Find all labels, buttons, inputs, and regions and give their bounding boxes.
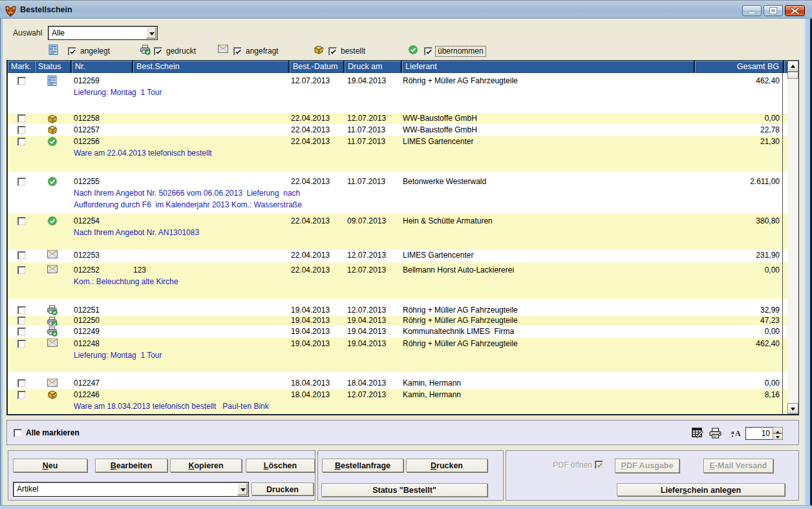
row-mark-checkbox[interactable] (17, 138, 26, 146)
table-row[interactable]: 01225522.04.201311.07.2013Betonwerke Wes… (8, 172, 787, 213)
column-header-nr[interactable]: Nr. (72, 61, 132, 73)
bestellt-checkbox[interactable] (328, 47, 337, 56)
table-row[interactable]: 01225019.04.201319.04.2013Röhrig + Mülle… (8, 316, 787, 326)
auswahl-label: Auswahl (13, 28, 42, 37)
row-mark-checkbox[interactable] (17, 266, 26, 275)
table-row[interactable]: 01225322.04.201312.07.2013LIMES Gartence… (8, 249, 787, 262)
column-header-best-datum[interactable]: Best.-Datum (290, 61, 343, 73)
row-mark-checkbox[interactable] (17, 126, 26, 134)
page-size-stepper[interactable] (773, 427, 783, 440)
drucken-button[interactable]: Drucken (406, 459, 487, 472)
table-row[interactable]: 01225119.04.201312.07.2013Röhrig + Mülle… (8, 304, 787, 316)
row-main-line: 01224919.04.201319.04.2013Kommunaltechni… (8, 326, 787, 337)
table-row[interactable]: 01225422.04.201309.07.2013Hein & Schütte… (8, 213, 787, 249)
uebernommen-checkbox[interactable] (424, 47, 433, 56)
table-row[interactable]: 01224919.04.201319.04.2013Kommunaltechni… (8, 326, 787, 338)
row-gesamt-bg: 462,40 (756, 338, 780, 349)
row-lieferant: Kamin, Hermann (403, 378, 461, 389)
scrollbar-thumb[interactable] (787, 72, 798, 79)
table-row[interactable]: 01225912.07.201319.04.2013Röhrig + Mülle… (8, 73, 787, 113)
table-row[interactable]: 01225822.04.201312.07.2013WW-Baustoffe G… (8, 113, 787, 124)
lieferschein-anlegen-button[interactable]: Lieferschein anlegen (617, 483, 785, 496)
row-gesamt-bg: 22,78 (760, 124, 780, 136)
chevron-down-icon[interactable] (237, 483, 248, 495)
drucken-artikel-button[interactable]: Drucken (251, 483, 314, 495)
row-mark-checkbox[interactable] (17, 217, 26, 225)
row-comment: Ware am 18.034.2013 telefonisch bestellt… (8, 400, 787, 412)
angefragt-checkbox[interactable] (233, 47, 242, 56)
row-mark-checkbox[interactable] (17, 251, 26, 260)
angelegt-checkbox[interactable] (68, 47, 76, 56)
auswahl-select[interactable]: Alle (48, 26, 158, 40)
column-header-mark[interactable]: Mark. (8, 61, 35, 73)
minimize-button[interactable] (742, 5, 762, 16)
row-main-line: 01225119.04.201312.07.2013Röhrig + Mülle… (8, 304, 787, 316)
row-lieferant: WW-Baustoffe GmbH (403, 113, 477, 124)
row-main-line: 01225822.04.201312.07.2013WW-Baustoffe G… (8, 113, 787, 124)
status-bestellt-button[interactable]: Status "Bestellt" (321, 483, 487, 497)
row-mark-checkbox[interactable] (17, 77, 26, 85)
svg-text:A: A (735, 429, 741, 438)
column-header-lieferant[interactable]: Lieferant (402, 61, 694, 73)
row-lieferant: Röhrig + Müller AG Fahrzeugteile (403, 338, 518, 349)
artikel-select[interactable]: Artikel (13, 482, 249, 497)
neu-button[interactable]: Neu (13, 459, 87, 472)
row-lieferant: Bellmann Horst Auto-Lackiererei (403, 264, 514, 276)
row-gesamt-bg: 0,00 (765, 378, 780, 389)
status-gedruckt-icon (47, 326, 58, 337)
gedruckt-checkbox[interactable] (154, 47, 162, 56)
row-gesamt-bg: 0,00 (765, 113, 780, 124)
status-angelegt-icon (47, 76, 58, 86)
row-mark-checkbox[interactable] (17, 327, 26, 336)
kopieren-button[interactable]: Kopieren (170, 459, 242, 472)
row-mark-checkbox[interactable] (17, 340, 26, 348)
loeschen-button[interactable]: Löschen (246, 459, 315, 472)
row-gesamt-bg: 0,00 (765, 326, 780, 337)
table-row[interactable]: 01225722.04.201311.07.2013WW-Baustoffe G… (8, 124, 787, 136)
print-icon[interactable] (709, 428, 721, 439)
column-header-bestschein[interactable]: Best.Schein (133, 61, 288, 73)
row-mark-checkbox[interactable] (17, 317, 26, 325)
pdf-oeffnen-checkbox (595, 461, 603, 469)
table-row[interactable]: 01224618.04.201312.07.2013Kamin, Hermann… (8, 389, 787, 414)
stepper-up-icon[interactable] (773, 427, 783, 433)
row-nr: 012259 (74, 75, 100, 87)
row-mark-checkbox[interactable] (17, 379, 26, 388)
row-mark-checkbox[interactable] (17, 178, 26, 186)
vertical-scrollbar[interactable] (787, 61, 798, 414)
email-versand-button: E-Mail Versand (703, 459, 773, 473)
column-header-status[interactable]: Status (35, 61, 70, 73)
column-header-gesamt-bg[interactable]: Gesamt BG (695, 61, 783, 73)
table-row[interactable]: 01224718.04.201318.04.2013Kamin, Hermann… (8, 378, 787, 389)
maximize-button[interactable] (764, 5, 783, 16)
scroll-up-button[interactable] (787, 61, 798, 72)
chevron-down-icon[interactable] (146, 27, 156, 39)
scroll-down-button[interactable] (787, 403, 798, 414)
row-main-line: 01225322.04.201312.07.2013LIMES Gartence… (8, 249, 787, 261)
stepper-down-icon[interactable] (773, 433, 783, 440)
close-button[interactable] (785, 5, 805, 16)
page-size-input[interactable]: 10 (745, 427, 773, 440)
excel-export-icon[interactable] (692, 428, 703, 439)
select-all-checkbox[interactable] (14, 429, 22, 437)
table-row[interactable]: 01224819.04.201319.04.2013Röhrig + Mülle… (8, 338, 787, 372)
row-main-line: 01225912.07.201319.04.2013Röhrig + Mülle… (8, 75, 787, 87)
titlebar-top-edge (0, 0, 812, 1)
table-row[interactable]: 01225622.04.201311.07.2013LIMES Gartence… (8, 136, 787, 172)
row-mark-checkbox[interactable] (17, 114, 26, 123)
row-comment: Lieferung: Montag 1 Tour (8, 87, 787, 98)
row-mark-checkbox[interactable] (17, 306, 26, 315)
table-body: 01225912.07.201319.04.2013Röhrig + Mülle… (8, 73, 787, 414)
font-size-icon[interactable]: a A (731, 428, 743, 439)
bearbeiten-button[interactable]: Bearbeiten (95, 459, 167, 472)
table-row[interactable]: 01225212322.04.201312.07.2013Bellmann Ho… (8, 262, 787, 299)
row-mark-checkbox[interactable] (17, 391, 26, 399)
bestellanfrage-button[interactable]: Bestellanfrage (322, 459, 403, 472)
row-druck-am: 18.04.2013 (347, 378, 386, 389)
row-nr: 012255 (74, 176, 100, 187)
row-gesamt-bg: 2.611,00 (750, 176, 780, 187)
svg-text:a: a (731, 429, 734, 435)
row-nr: 012252 (74, 264, 100, 276)
column-header-druck-am[interactable]: Druck am (345, 61, 401, 73)
row-best-datum: 18.04.2013 (291, 389, 330, 400)
